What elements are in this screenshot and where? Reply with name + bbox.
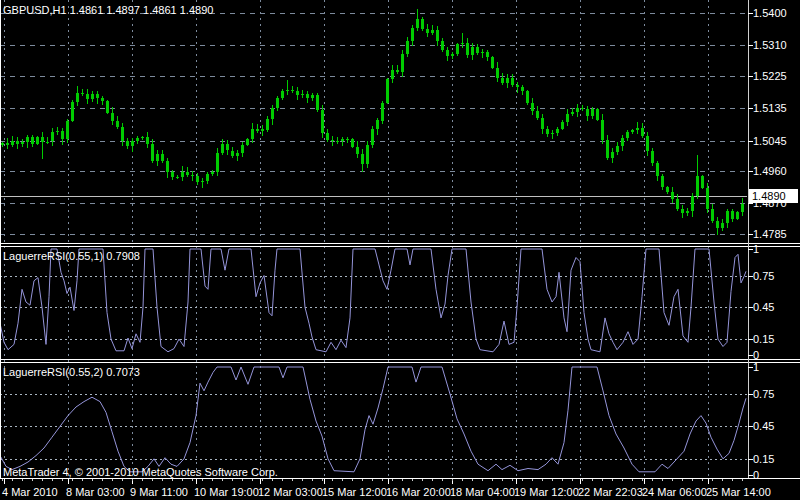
price-axis-label: 1.5045 [753,135,787,147]
price-axis-label: 1.4960 [753,165,787,177]
indicator1-axis-label: 1 [753,243,759,255]
time-axis-label: 4 Mar 2010 [2,486,58,498]
indicator2-axis-label: 0.75 [753,388,774,400]
laguerre-rsi-2-line [0,367,746,472]
candlesticks [1,9,744,235]
time-axis-label: 19 Mar 12:00 [514,486,579,498]
price-axis[interactable]: 1.4890 1.54001.53101.52251.51351.50451.4… [748,0,800,478]
current-price-label: 1.4890 [749,189,798,203]
indicator2-label: LaguerreRSI(0.55,2) 0.7073 [3,366,140,379]
time-axis-label: 9 Mar 11:00 [130,486,188,498]
symbol-ohlc-label: GBPUSD,H1 1.4861 1.4897 1.4861 1.4890 [3,4,213,17]
time-axis-label: 15 Mar 12:00 [322,486,387,498]
time-axis-label: 16 Mar 20:00 [386,486,451,498]
time-axis-label: 25 Mar 14:00 [706,486,771,498]
time-axis-label: 12 Mar 03:00 [258,486,323,498]
price-axis-label: 1.5400 [753,7,787,19]
time-axis-label: 22 Mar 22:03 [578,486,643,498]
axis-tick-marks [3,14,754,485]
time-axis-label: 8 Mar 03:00 [66,486,125,498]
indicator2-axis-label: 0.15 [753,453,774,465]
time-axis-label: 24 Mar 06:00 [642,486,707,498]
time-axis[interactable]: 4 Mar 20108 Mar 03:009 Mar 11:0010 Mar 1… [0,478,800,500]
panel-separators [0,0,800,479]
grid-lines [0,0,747,478]
price-axis-label: 1.5225 [753,70,787,82]
time-axis-label: 18 Mar 04:00 [450,486,515,498]
mt4-chart-window: GBPUSD,H1 1.4861 1.4897 1.4861 1.4890 La… [0,0,800,500]
price-axis-label: 1.4785 [753,228,787,240]
indicator1-axis-label: 0.15 [753,333,774,345]
price-axis-label: 1.5135 [753,102,787,114]
indicator2-axis-label: 1 [753,361,759,373]
price-axis-label: 1.5310 [753,39,787,51]
indicator1-axis-label: 0 [753,349,759,361]
indicator1-axis-label: 0.75 [753,270,774,282]
indicator1-axis-label: 0.45 [753,301,774,313]
indicator2-axis-label: 0.45 [753,420,774,432]
indicator1-label: LaguerreRSI(0.55,1) 0.7908 [3,250,140,263]
laguerre-rsi-1-line [0,249,746,352]
time-axis-label: 10 Mar 19:00 [194,486,259,498]
